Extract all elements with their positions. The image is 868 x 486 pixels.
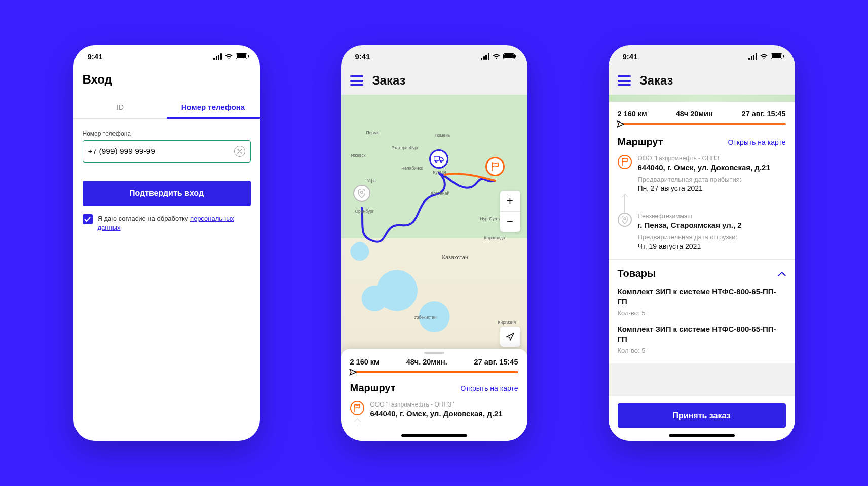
signal-icon — [213, 53, 222, 60]
svg-rect-11 — [772, 54, 781, 58]
battery-icon — [503, 53, 516, 59]
progress-cursor-icon — [617, 120, 625, 128]
map-label: Курган — [433, 170, 446, 175]
good-item: Комплект ЗИП к системе НТФС-800-65-ПП-ГП… — [618, 324, 786, 354]
location-icon — [618, 213, 632, 227]
svg-rect-4 — [504, 54, 514, 58]
phone-order-detail: 9:41 Заказ 2 160 км 48ч 20мин 27 авг. 15… — [609, 45, 795, 441]
phone-input-wrap — [83, 140, 251, 163]
map-label: Узбекистан — [414, 315, 437, 320]
map-label: Киргизия — [498, 320, 516, 325]
status-bar: 9:41 — [73, 45, 260, 67]
wifi-icon — [492, 53, 501, 59]
progress-cursor-icon — [349, 368, 357, 376]
zoom-out-button[interactable]: − — [500, 212, 520, 232]
flag-icon — [618, 155, 632, 169]
status-time: 9:41 — [355, 52, 370, 61]
stop-address: г. Пенза, Староямская ул., 2 — [638, 221, 786, 229]
zoom-in-button[interactable]: + — [500, 191, 520, 211]
home-indicator — [669, 434, 735, 437]
open-map-link[interactable]: Открыть на карте — [728, 138, 785, 146]
map-label: Казахстан — [442, 254, 469, 260]
signal-icon — [748, 53, 757, 60]
signal-icon — [481, 53, 489, 60]
pin-truck-icon — [429, 149, 448, 169]
bottom-sheet[interactable]: 2 160 км 48ч. 20мин. 27 авг. 15:45 Маршр… — [341, 349, 527, 441]
tab-id[interactable]: ID — [73, 96, 167, 118]
phone-input[interactable] — [88, 147, 230, 156]
svg-point-8 — [435, 160, 437, 163]
stop-address: 644040, г. Омск, ул. Доковская, д.21 — [638, 163, 786, 172]
status-bar: 9:41 — [609, 45, 795, 67]
route-title: Маршрут — [350, 382, 396, 394]
eta-label: Предварительная дата прибытия: — [638, 176, 786, 183]
good-name: Комплект ЗИП к системе НТФС-800-65-ПП-ГП — [618, 324, 786, 344]
menu-icon[interactable] — [350, 75, 363, 86]
map-strip — [609, 95, 795, 102]
login-tabs: ID Номер телефона — [73, 96, 260, 119]
route-title: Маршрут — [618, 136, 663, 148]
phone-login: 9:41 Вход ID Номер телефона Номер телефо… — [73, 45, 260, 441]
pin-destination-icon — [485, 157, 505, 176]
status-indicators — [481, 53, 516, 60]
consent-prefix: Я даю согласие на обработку — [98, 215, 190, 222]
header-title: Заказ — [372, 73, 406, 88]
metric-duration: 48ч 20мин — [676, 110, 713, 118]
confirm-login-button[interactable]: Подтвердить вход — [83, 181, 251, 206]
map-label: Пермь — [366, 130, 380, 135]
open-map-link[interactable]: Открыть на карте — [460, 384, 518, 392]
good-qty: Кол-во: 5 — [618, 309, 786, 317]
ship-label: Предварительная дата отгрузки: — [638, 233, 786, 241]
metric-duration: 48ч. 20мин. — [406, 358, 447, 366]
menu-icon[interactable] — [618, 75, 631, 86]
map-label: Уфа — [367, 178, 376, 183]
battery-icon — [771, 53, 784, 59]
goods-toggle[interactable]: Товары — [618, 268, 786, 279]
map[interactable]: Пермь Ижевск Екатеринбург Тюмень Челябин… — [341, 95, 527, 356]
eta-value: Пн, 27 августа 2021 — [638, 184, 786, 192]
svg-rect-5 — [515, 55, 516, 58]
map-label: Оренбург — [355, 209, 374, 214]
good-name: Комплект ЗИП к системе НТФС-800-65-ПП-ГП — [618, 287, 786, 306]
progress-bar — [350, 371, 518, 373]
chevron-up-icon — [778, 271, 786, 276]
svg-point-9 — [440, 160, 442, 163]
svg-rect-1 — [237, 54, 246, 58]
locate-me-button[interactable] — [500, 327, 520, 347]
app-header: Заказ — [341, 67, 527, 95]
stop-address: 644040, г. Омск, ул. Доковская, д.21 — [370, 409, 518, 418]
ship-value: Чт, 19 августа 2021 — [638, 242, 786, 250]
consent-text: Я даю согласие на обработку персональных… — [98, 214, 251, 232]
header-title: Заказ — [640, 73, 673, 88]
stop-company: ООО "Газпромнефть - ОНПЗ" — [370, 401, 518, 408]
map-label: Караганда — [484, 235, 505, 240]
phone-label: Номер телефона — [83, 130, 251, 137]
accept-order-button[interactable]: Принять заказ — [618, 403, 786, 428]
stop-company: Пензнефтехиммаш — [638, 213, 786, 220]
tab-phone[interactable]: Номер телефона — [167, 96, 260, 119]
status-bar: 9:41 — [341, 45, 527, 67]
battery-icon — [236, 53, 249, 59]
phone-map: 9:41 Заказ Пермь Ижевск Екатеринбург Тюм… — [341, 45, 527, 441]
metric-distance: 2 160 км — [350, 358, 380, 366]
flag-icon — [350, 401, 364, 415]
map-zoom-controls: + − — [500, 191, 520, 232]
status-indicators — [748, 53, 784, 60]
clear-input-icon[interactable] — [234, 146, 245, 157]
stop-company: ООО "Газпромнефть - ОНПЗ" — [638, 155, 786, 162]
map-label: Челябинск — [402, 166, 423, 171]
progress-bar — [618, 123, 786, 125]
goods-title: Товары — [618, 268, 656, 279]
consent-checkbox[interactable] — [83, 214, 93, 224]
map-label: Ижевск — [351, 153, 366, 158]
svg-rect-12 — [783, 55, 784, 58]
wifi-icon — [760, 53, 768, 59]
app-header: Заказ — [609, 67, 795, 95]
status-time: 9:41 — [88, 52, 103, 61]
metric-arrival: 27 авг. 15:45 — [474, 358, 518, 366]
good-item: Комплект ЗИП к системе НТФС-800-65-ПП-ГП… — [618, 287, 786, 317]
svg-point-6 — [360, 191, 363, 194]
map-label: Костанай — [431, 191, 450, 196]
svg-point-13 — [624, 218, 626, 220]
metric-distance: 2 160 км — [618, 110, 647, 118]
